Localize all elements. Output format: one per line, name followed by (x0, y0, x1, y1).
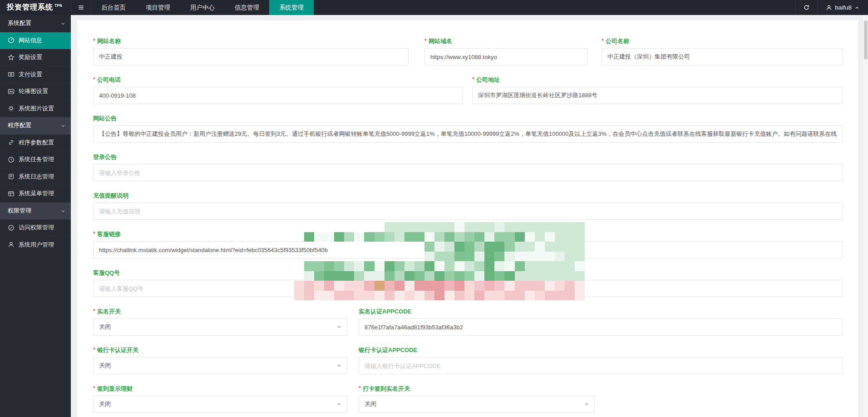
sidebar-group-label: 系统配置 (8, 19, 31, 27)
realname-appcode-input[interactable] (359, 318, 843, 336)
gauge-icon (8, 37, 15, 44)
site-domain-label: 网站域名 (429, 37, 452, 45)
nav-users[interactable]: 用户中心 (180, 0, 225, 15)
vertical-scrollbar[interactable] (863, 15, 868, 417)
chevron-up-icon (854, 5, 860, 10)
bankcard-appcode-input[interactable] (359, 357, 843, 374)
dropdown-caret-icon (337, 365, 341, 369)
nav-projects[interactable]: 项目管理 (136, 0, 180, 15)
payment-icon (8, 71, 15, 78)
selected-value: 关闭 (99, 362, 111, 370)
image-icon (8, 88, 15, 95)
app-version: TP6 (54, 3, 62, 8)
person-icon (826, 5, 832, 11)
log-icon (8, 173, 15, 180)
sidebar-item-system-logs[interactable]: 系统日志管理 (0, 169, 71, 186)
app-title: 投资管理系统 (7, 3, 53, 12)
required-asterisk: * (93, 385, 95, 392)
company-name-input[interactable] (602, 48, 843, 65)
sidebar-group-program-config[interactable]: 程序配置 (0, 117, 71, 134)
sidebar-item-system-menus[interactable]: 系统菜单管理 (0, 185, 71, 203)
app-logo: 投资管理系统 TP6 (0, 0, 71, 15)
service-link-input[interactable] (93, 241, 843, 258)
main-content: *网站名称 *网站域名 *公司名称 *公司电话 *公司地址 (71, 15, 868, 417)
company-name-label: 公司名称 (606, 37, 629, 45)
sidebar-item-label: 系统图片设置 (19, 104, 54, 113)
signin-finance-switch-label: 签到显示理财 (97, 385, 133, 393)
site-domain-input[interactable] (424, 48, 588, 65)
bankcard-switch-label: 银行卡认证开关 (97, 346, 138, 354)
sidebar-item-program-params[interactable]: 程序参数配置 (0, 134, 71, 152)
sidebar-item-label: 程序参数配置 (19, 139, 54, 147)
field-recharge-notice: 充值提醒说明 (93, 192, 843, 220)
scrollbar-thumb[interactable] (864, 20, 868, 60)
user-menu[interactable]: baifu8 (817, 0, 868, 15)
nav-system[interactable]: 系统管理 (269, 0, 314, 15)
star-icon (8, 54, 15, 61)
field-site-notice: 网站公告 (93, 115, 843, 143)
realname-appcode-label: 实名认证APPCODE (359, 308, 411, 316)
field-site-name: *网站名称 (93, 38, 409, 65)
sidebar-group-label: 权限管理 (8, 207, 31, 215)
sidebar-item-label: 轮播图设置 (19, 87, 48, 95)
link-icon (8, 139, 15, 146)
realname-switch-select[interactable]: 关闭 (93, 318, 347, 336)
field-company-phone: *公司电话 (93, 76, 463, 104)
nav-info[interactable]: 信息管理 (225, 0, 269, 15)
sidebar-item-carousel-settings[interactable]: 轮播图设置 (0, 83, 71, 100)
field-service-link: *客服链接 (93, 231, 843, 258)
company-address-label: 公司地址 (476, 76, 500, 84)
chevron-down-icon (60, 208, 66, 214)
required-asterisk: * (93, 76, 95, 83)
field-bankcard-appcode: 银行卡认证APPCODE (359, 347, 843, 374)
bankcard-switch-select[interactable]: 关闭 (93, 357, 347, 374)
site-name-label: 网站名称 (97, 37, 121, 45)
field-signin-finance-switch: *签到显示理财 关闭 (93, 385, 347, 413)
top-header: 投资管理系统 TP6 后台首页 项目管理 用户中心 信息管理 系统管理 baif… (0, 0, 868, 15)
required-asterisk: * (359, 385, 361, 392)
service-qq-input[interactable] (93, 280, 843, 297)
sidebar-item-payment-settings[interactable]: 支付设置 (0, 66, 71, 84)
required-asterisk: * (472, 76, 474, 83)
sidebar-item-system-tasks[interactable]: 系统任务管理 (0, 151, 71, 169)
field-company-name: *公司名称 (602, 38, 843, 65)
sidebar-item-system-users[interactable]: 系统用户管理 (0, 237, 71, 254)
shield-check-icon (8, 224, 15, 231)
signin-finance-switch-select[interactable]: 关闭 (93, 396, 347, 413)
site-info-form-card: *网站名称 *网站域名 *公司名称 *公司电话 *公司地址 (77, 20, 858, 417)
site-notice-input[interactable] (93, 125, 843, 143)
realname-switch-label: 实名开关 (97, 308, 121, 316)
sidebar-item-system-image-settings[interactable]: 系统图片设置 (0, 100, 71, 118)
sidebar-item-label: 奖励设置 (19, 53, 42, 61)
required-asterisk: * (93, 37, 95, 44)
login-notice-input[interactable] (93, 164, 843, 181)
company-address-input[interactable] (472, 87, 843, 104)
sidebar-group-permissions[interactable]: 权限管理 (0, 203, 71, 220)
service-link-label: 客服链接 (97, 230, 121, 238)
field-realname-appcode: 实名认证APPCODE (359, 308, 843, 336)
sidebar-group-system-config[interactable]: 系统配置 (0, 15, 71, 32)
collapse-sidebar-button[interactable] (71, 0, 91, 15)
company-phone-label: 公司电话 (97, 76, 121, 84)
company-phone-input[interactable] (93, 87, 463, 104)
required-asterisk: * (93, 346, 95, 353)
menu-icon (8, 190, 15, 197)
sidebar-item-reward-settings[interactable]: 奖励设置 (0, 49, 71, 66)
sidebar-group-label: 程序配置 (8, 121, 31, 129)
punch-realname-switch-select[interactable]: 关闭 (359, 396, 595, 413)
gear-icon (8, 105, 15, 112)
site-name-input[interactable] (93, 48, 409, 65)
user-icon (8, 241, 15, 248)
sidebar-item-access-permissions[interactable]: 访问权限管理 (0, 219, 71, 237)
selected-value: 关闭 (99, 400, 111, 408)
chevron-down-icon (60, 21, 66, 26)
refresh-button[interactable] (795, 0, 817, 15)
recharge-notice-input[interactable] (93, 203, 843, 220)
required-asterisk: * (602, 37, 604, 44)
sidebar-item-label: 系统日志管理 (19, 173, 54, 181)
hamburger-icon (78, 4, 84, 11)
required-asterisk: * (93, 308, 95, 314)
nav-dashboard[interactable]: 后台首页 (91, 0, 136, 15)
field-bankcard-switch: *银行卡认证开关 关闭 (93, 347, 347, 374)
sidebar-item-site-info[interactable]: 网站信息 (0, 32, 71, 50)
